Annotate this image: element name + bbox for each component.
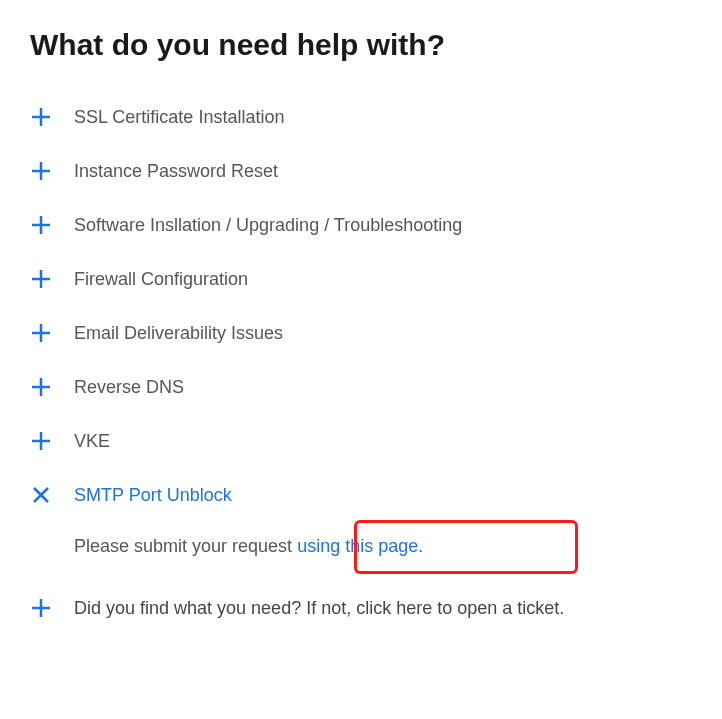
plus-icon [30,214,52,236]
page-title: What do you need help with? [30,28,692,62]
close-icon [30,484,52,506]
accordion-label: Reverse DNS [74,377,184,398]
plus-icon [30,160,52,182]
plus-icon [30,322,52,344]
accordion-content-smtp: Please submit your request using this pa… [30,522,692,581]
accordion-label: SSL Certificate Installation [74,107,284,128]
accordion-item-smtp-unblock[interactable]: SMTP Port Unblock [30,468,692,522]
using-this-page-link[interactable]: using this page. [297,536,423,556]
accordion-label: VKE [74,431,110,452]
plus-icon [30,430,52,452]
accordion-label: Software Insllation / Upgrading / Troubl… [74,215,462,236]
plus-icon [30,376,52,398]
accordion-item-open-ticket[interactable]: Did you find what you need? If not, clic… [30,581,692,635]
accordion-item-software[interactable]: Software Insllation / Upgrading / Troubl… [30,198,692,252]
content-text: Please submit your request [74,536,297,556]
accordion-item-password-reset[interactable]: Instance Password Reset [30,144,692,198]
accordion-item-firewall[interactable]: Firewall Configuration [30,252,692,306]
plus-icon [30,597,52,619]
accordion-label: Email Deliverability Issues [74,323,283,344]
accordion-item-vke[interactable]: VKE [30,414,692,468]
accordion-item-ssl[interactable]: SSL Certificate Installation [30,90,692,144]
plus-icon [30,268,52,290]
help-topics-accordion: SSL Certificate Installation Instance Pa… [30,90,692,635]
accordion-label: Instance Password Reset [74,161,278,182]
accordion-item-reverse-dns[interactable]: Reverse DNS [30,360,692,414]
accordion-label: SMTP Port Unblock [74,485,232,506]
accordion-label: Firewall Configuration [74,269,248,290]
accordion-item-email[interactable]: Email Deliverability Issues [30,306,692,360]
accordion-label: Did you find what you need? If not, clic… [74,598,564,619]
plus-icon [30,106,52,128]
